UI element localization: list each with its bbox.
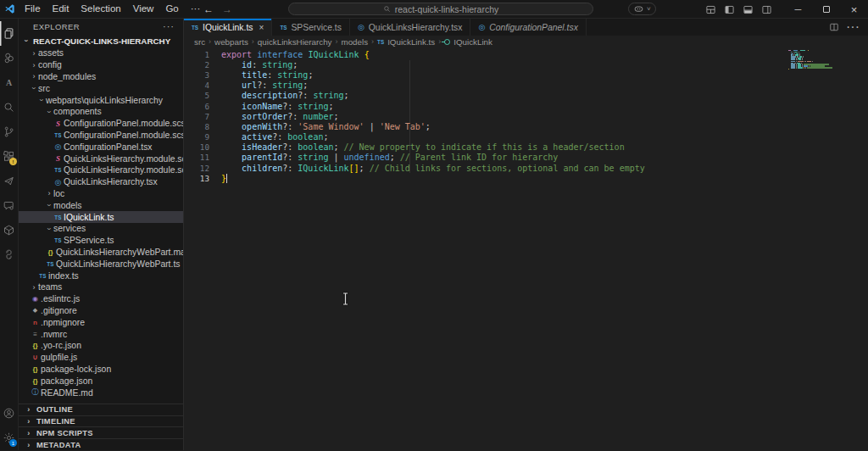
- menu-item-go[interactable]: Go: [159, 0, 184, 18]
- tree-item[interactable]: ›services: [19, 223, 183, 235]
- breadcrumb-item[interactable]: webparts: [214, 37, 248, 47]
- toggle-panel-button[interactable]: [743, 4, 754, 15]
- tree-item[interactable]: {}package-lock.json: [19, 364, 183, 376]
- tree-item[interactable]: ◎QuickLinksHierarchy.tsx: [19, 176, 183, 188]
- tree-item[interactable]: ›loc: [19, 188, 183, 200]
- paper-plane-icon: [3, 175, 15, 187]
- command-center-search[interactable]: react-quick-links-hierarchy: [288, 3, 593, 15]
- activity-search-button[interactable]: [0, 95, 18, 120]
- breadcrumb-item[interactable]: src: [194, 37, 205, 47]
- code-line[interactable]: 9 active?: boolean;: [184, 132, 868, 142]
- activity-explorer-button[interactable]: [0, 21, 18, 46]
- customize-layout-button[interactable]: [705, 4, 716, 15]
- tree-item[interactable]: ›src: [19, 82, 183, 94]
- tab-configurationpanel-tsx[interactable]: ◎ConfigurationPanel.tsx: [470, 19, 586, 36]
- tree-item[interactable]: ⓘREADME.md: [19, 387, 183, 398]
- code-line[interactable]: 6 iconName?: string;: [184, 101, 868, 111]
- breadcrumb-item[interactable]: quickLinksHierarchy: [258, 37, 332, 47]
- code-line[interactable]: 7 sortOrder?: number;: [184, 111, 868, 121]
- tree-item[interactable]: ◎ConfigurationPanel.tsx: [19, 141, 183, 153]
- code-line[interactable]: 8 openWith?: 'Same Window' | 'New Tab';: [184, 121, 868, 131]
- activity-sharepoint-button[interactable]: [0, 46, 18, 70]
- activity-containers-button[interactable]: [0, 218, 18, 242]
- tab-spservice-ts[interactable]: TSSPService.ts: [272, 19, 350, 36]
- tree-item[interactable]: ›node_modules: [19, 71, 183, 83]
- menu-item-selection[interactable]: Selection: [75, 0, 126, 18]
- line-number: 13: [184, 174, 209, 183]
- activity-accounts-button[interactable]: [0, 401, 18, 426]
- activity-azure-button[interactable]: A: [0, 70, 18, 95]
- activity-remote-chat-button[interactable]: [0, 193, 18, 218]
- menu-bar: FileEditSelectionViewGo···: [19, 0, 206, 18]
- activity-settings-button[interactable]: 1: [0, 426, 18, 450]
- tree-item[interactable]: {}QuickLinksHierarchyWebPart.manifest.js…: [19, 247, 183, 259]
- code-line[interactable]: 10 isHeader?: boolean; // New property t…: [184, 142, 868, 153]
- tree-item[interactable]: TSSPService.ts: [19, 235, 183, 247]
- copilot-button[interactable]: ˅: [628, 3, 656, 15]
- code-line[interactable]: 4 url?: string;: [184, 81, 868, 91]
- tree-item[interactable]: ◉.eslintrc.js: [19, 293, 183, 305]
- menu-item-view[interactable]: View: [127, 0, 160, 18]
- tree-item[interactable]: ›teams: [19, 281, 183, 293]
- mouse-ibeam-cursor: [342, 292, 349, 305]
- tree-item[interactable]: ›webparts\quickLinksHierarchy: [19, 94, 183, 106]
- minimize-button[interactable]: ─: [784, 0, 812, 19]
- tree-item[interactable]: TSIQuickLink.ts: [19, 211, 183, 223]
- section-npm-scripts[interactable]: ›NPM SCRIPTS: [19, 426, 183, 438]
- activity-source-control-button[interactable]: [0, 120, 18, 144]
- breadcrumb-item[interactable]: models: [342, 37, 369, 47]
- toggle-primary-sidebar-button[interactable]: [724, 4, 735, 15]
- tree-item[interactable]: ∪gulpfile.js: [19, 352, 183, 364]
- section-outline[interactable]: ›OUTLINE: [19, 404, 183, 415]
- tree-item[interactable]: ›models: [19, 199, 183, 211]
- menu-item-file[interactable]: File: [19, 0, 47, 18]
- toggle-secondary-sidebar-button[interactable]: [761, 4, 772, 15]
- maximize-button[interactable]: [812, 0, 840, 19]
- code-line[interactable]: 12 children?: IQuickLink[]; // Child lin…: [184, 163, 868, 173]
- chevron-icon: ›: [22, 36, 31, 45]
- section-label: NPM SCRIPTS: [36, 429, 93, 437]
- text-caret: [226, 174, 227, 183]
- root-folder-label: REACT-QUICK-LINKS-HIERARCHY: [33, 36, 170, 46]
- breadcrumb-item[interactable]: IQuickLink.ts: [387, 37, 435, 47]
- tree-item[interactable]: TSQuickLinksHierarchy.module.scss.d.ts: [19, 164, 183, 176]
- code-line[interactable]: 1export interface IQuickLink {: [184, 49, 868, 59]
- section-timeline[interactable]: ›TIMELINE: [19, 415, 183, 427]
- code-line[interactable]: 11 parentId?: string | undefined; // Par…: [184, 153, 868, 163]
- menu-item-edit[interactable]: Edit: [47, 0, 75, 18]
- tree-item[interactable]: n.npmignore: [19, 316, 183, 328]
- code-line[interactable]: 5 description?: string;: [184, 91, 868, 101]
- back-button[interactable]: ←: [203, 3, 214, 15]
- section-metadata[interactable]: ›METADATA: [19, 438, 183, 450]
- activity-teams-toolkit-button[interactable]: [0, 169, 18, 193]
- close-icon[interactable]: ×: [259, 23, 264, 32]
- minimap[interactable]: [788, 50, 844, 70]
- tree-item[interactable]: ›assets: [19, 47, 183, 59]
- code-line[interactable]: 13}: [184, 173, 868, 183]
- tree-root-folder[interactable]: › REACT-QUICK-LINKS-HIERARCHY: [19, 34, 183, 47]
- tree-item[interactable]: ›components: [19, 106, 183, 118]
- tree-item[interactable]: {}package.json: [19, 375, 183, 387]
- tree-item[interactable]: ≡.nvmrc: [19, 328, 183, 340]
- code-line[interactable]: 3 title: string;: [184, 70, 868, 80]
- tree-item[interactable]: SQuickLinksHierarchy.module.scss: [19, 153, 183, 164]
- explorer-actions-button[interactable]: ···: [163, 21, 175, 31]
- tree-item[interactable]: TSindex.ts: [19, 270, 183, 281]
- tree-item[interactable]: SConfigurationPanel.module.scss: [19, 118, 183, 130]
- breadcrumb-item[interactable]: IQuickLink: [453, 37, 492, 47]
- tab-quicklinkshierarchy-tsx[interactable]: ◎QuickLinksHierarchy.tsx: [350, 19, 471, 36]
- tab-iquicklink-ts[interactable]: TSIQuickLink.ts×: [184, 19, 272, 36]
- activity-extensions-button[interactable]: !: [0, 144, 18, 169]
- split-editor-button[interactable]: [829, 22, 839, 32]
- forward-button[interactable]: →: [222, 3, 232, 15]
- tree-item[interactable]: TSConfigurationPanel.module.scss.d.ts: [19, 130, 183, 142]
- more-actions-button[interactable]: ···: [846, 19, 860, 35]
- activity-python-button[interactable]: [0, 242, 18, 267]
- code-editor[interactable]: 1export interface IQuickLink {2 id: stri…: [184, 47, 868, 450]
- tree-item[interactable]: ›config: [19, 59, 183, 71]
- tree-item[interactable]: TSQuickLinksHierarchyWebPart.ts: [19, 258, 183, 270]
- tree-item[interactable]: ◆.gitignore: [19, 305, 183, 317]
- tree-item[interactable]: {}.yo-rc.json: [19, 340, 183, 352]
- code-line[interactable]: 2 id: string;: [184, 59, 868, 70]
- close-button[interactable]: ×: [840, 0, 868, 19]
